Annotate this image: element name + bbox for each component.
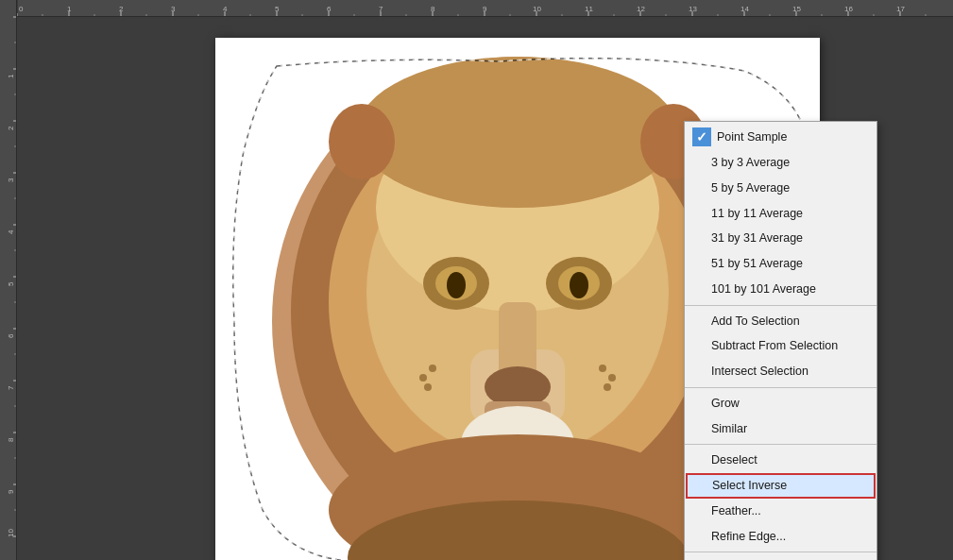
svg-rect-57 bbox=[0, 0, 17, 560]
svg-text:2: 2 bbox=[7, 126, 15, 130]
svg-text:4: 4 bbox=[7, 229, 15, 234]
svg-text:15: 15 bbox=[792, 5, 801, 13]
ruler-left: 1 2 3 4 5 6 7 8 9 10 bbox=[0, 0, 17, 560]
svg-text:4: 4 bbox=[223, 5, 228, 13]
menu-separator-2 bbox=[685, 387, 876, 388]
svg-text:5: 5 bbox=[7, 281, 15, 286]
svg-text:6: 6 bbox=[7, 333, 15, 338]
svg-point-114 bbox=[357, 57, 678, 208]
menu-separator-3 bbox=[685, 444, 876, 445]
menu-item-save-selection[interactable]: Save Selection... bbox=[685, 555, 876, 560]
svg-text:7: 7 bbox=[379, 5, 383, 13]
svg-point-106 bbox=[429, 365, 436, 372]
canvas-area: ✓ Point Sample 3 by 3 Average 5 by 5 Ave… bbox=[17, 17, 953, 560]
svg-point-102 bbox=[447, 272, 466, 298]
svg-text:2: 2 bbox=[119, 5, 124, 13]
svg-text:7: 7 bbox=[7, 385, 15, 390]
menu-item-5x5-average[interactable]: 5 by 5 Average bbox=[685, 176, 876, 201]
menu-item-101x101-average[interactable]: 101 by 101 Average bbox=[685, 277, 876, 302]
svg-point-109 bbox=[599, 365, 606, 372]
menu-item-3x3-average[interactable]: 3 by 3 Average bbox=[685, 150, 876, 176]
svg-text:17: 17 bbox=[896, 5, 905, 13]
menu-item-add-to-selection[interactable]: Add To Selection bbox=[685, 309, 876, 334]
menu-separator-4 bbox=[685, 552, 876, 552]
svg-point-103 bbox=[570, 272, 588, 298]
svg-text:3: 3 bbox=[7, 178, 15, 182]
svg-text:0: 0 bbox=[19, 5, 24, 13]
svg-rect-0 bbox=[0, 0, 953, 17]
svg-text:3: 3 bbox=[171, 5, 176, 13]
svg-point-108 bbox=[424, 383, 432, 391]
svg-text:6: 6 bbox=[327, 5, 332, 13]
menu-item-grow[interactable]: Grow bbox=[685, 391, 876, 416]
menu-item-deselect[interactable]: Deselect bbox=[685, 448, 876, 473]
menu-item-11x11-average[interactable]: 11 by 11 Average bbox=[685, 201, 876, 227]
svg-point-110 bbox=[608, 374, 616, 382]
menu-item-31x31-average[interactable]: 31 by 31 Average bbox=[685, 226, 876, 251]
svg-text:11: 11 bbox=[585, 5, 593, 13]
svg-text:13: 13 bbox=[689, 5, 697, 13]
svg-text:16: 16 bbox=[844, 5, 853, 13]
ruler-top: 0 1 2 3 4 5 6 7 8 9 10 11 12 13 bbox=[0, 0, 953, 17]
svg-text:1: 1 bbox=[67, 5, 72, 13]
svg-text:9: 9 bbox=[483, 5, 487, 13]
svg-point-107 bbox=[419, 374, 427, 382]
svg-text:8: 8 bbox=[7, 437, 15, 442]
menu-item-point-sample[interactable]: ✓ Point Sample bbox=[685, 124, 876, 150]
ruler-top-svg: 0 1 2 3 4 5 6 7 8 9 10 11 12 13 bbox=[0, 0, 953, 17]
context-menu: ✓ Point Sample 3 by 3 Average 5 by 5 Ave… bbox=[684, 121, 877, 560]
svg-text:9: 9 bbox=[7, 489, 15, 494]
svg-point-111 bbox=[604, 383, 611, 391]
svg-point-115 bbox=[329, 104, 395, 179]
svg-text:8: 8 bbox=[431, 5, 435, 13]
menu-separator-1 bbox=[685, 305, 876, 306]
svg-text:12: 12 bbox=[637, 5, 645, 13]
menu-item-feather[interactable]: Feather... bbox=[685, 499, 876, 524]
menu-item-51x51-average[interactable]: 51 by 51 Average bbox=[685, 251, 876, 277]
menu-item-refine-edge[interactable]: Refine Edge... bbox=[685, 524, 876, 550]
svg-text:1: 1 bbox=[7, 74, 15, 78]
svg-text:10: 10 bbox=[533, 5, 541, 13]
ruler-left-svg: 1 2 3 4 5 6 7 8 9 10 bbox=[0, 0, 17, 560]
svg-text:5: 5 bbox=[275, 5, 280, 13]
menu-item-intersect-selection[interactable]: Intersect Selection bbox=[685, 359, 876, 384]
point-sample-label: Point Sample bbox=[717, 130, 787, 144]
check-icon: ✓ bbox=[692, 127, 711, 146]
svg-text:14: 14 bbox=[740, 5, 749, 13]
menu-item-select-inverse[interactable]: Select Inverse bbox=[686, 473, 876, 499]
menu-item-subtract-from-selection[interactable]: Subtract From Selection bbox=[685, 333, 876, 359]
menu-item-similar[interactable]: Similar bbox=[685, 416, 876, 442]
